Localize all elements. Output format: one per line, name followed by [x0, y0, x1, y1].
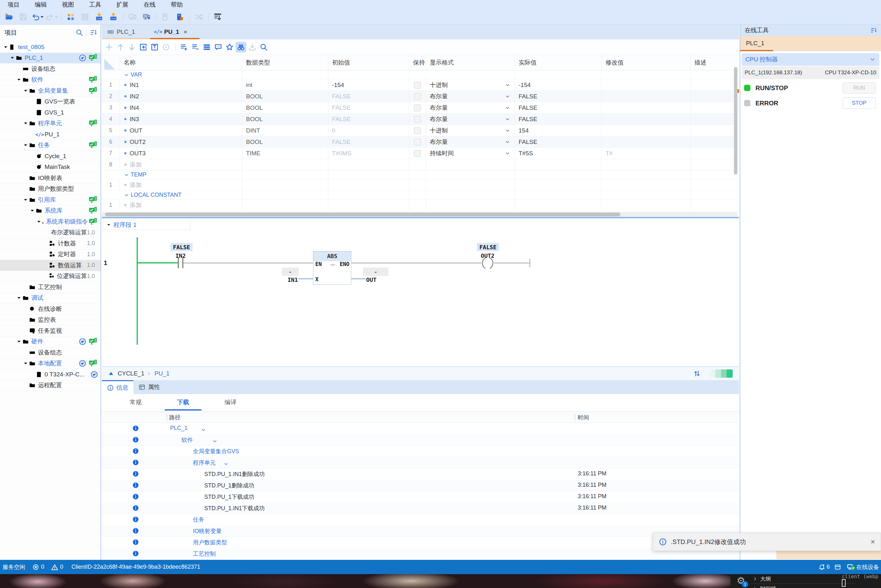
bell-icon[interactable] — [818, 564, 826, 571]
output-operand[interactable]: OUT — [366, 276, 391, 283]
data-type-cell[interactable]: BOOL — [242, 114, 328, 124]
modify-value-cell[interactable] — [602, 125, 691, 136]
tree-item-30[interactable]: 0 T324-XP-C... — [0, 369, 100, 380]
table-row[interactable]: 3IN4BOOLFALSE布尔量FALSE — [102, 102, 737, 114]
menu-item-2[interactable]: 视图 — [54, 0, 82, 9]
run-button[interactable]: RUN — [843, 82, 876, 94]
chevron-down-icon[interactable] — [22, 88, 29, 94]
display-format-dropdown[interactable]: 持续时间 — [426, 148, 515, 159]
table-row[interactable]: 7OUT3TIMET#0MS持续时间T#5ST# — [102, 148, 737, 159]
log-row-0[interactable]: PLC_1 — [102, 423, 739, 434]
retain-checkbox[interactable] — [414, 138, 421, 146]
retain-checkbox[interactable] — [414, 93, 421, 100]
log-row-5[interactable]: STD.PU_1删除成功3:16:11 PM — [102, 480, 739, 491]
vertical-scrollbar-thumb[interactable] — [734, 67, 737, 175]
log-row-4[interactable]: STD.PU_1.IN1删除成功3:16:11 PM — [102, 468, 739, 480]
shuffle-button[interactable] — [193, 11, 204, 23]
chevron-down-icon[interactable] — [3, 44, 9, 50]
data-type-cell[interactable]: TIME — [242, 148, 328, 159]
undo-button[interactable] — [31, 11, 43, 23]
chevron-down-icon[interactable] — [22, 120, 29, 126]
chevron-down-icon[interactable] — [223, 461, 229, 467]
network-header[interactable]: 程序段 1 — [104, 220, 190, 230]
menu-item-3[interactable]: 工具 — [82, 0, 109, 9]
grid2-button[interactable] — [79, 11, 90, 23]
online-device-icon[interactable] — [847, 563, 855, 571]
compare-icon[interactable] — [693, 369, 701, 378]
tree-item-9[interactable]: 任务 — [0, 140, 100, 151]
group-row-var[interactable]: VAR — [102, 70, 737, 80]
column-header-6[interactable]: 修改值 — [602, 55, 691, 70]
description-cell[interactable] — [691, 80, 737, 90]
tab-plc1[interactable]: PLC_1 — [103, 25, 150, 39]
variable-name-cell[interactable]: OUT2 — [120, 136, 242, 147]
initial-value-cell[interactable]: FALSE — [328, 136, 409, 147]
search-icon[interactable] — [76, 29, 83, 36]
retain-cell[interactable] — [409, 125, 426, 136]
chevron-down-icon[interactable] — [16, 76, 22, 83]
variable-name-cell[interactable]: IN1 — [120, 80, 242, 90]
tree-item-5[interactable]: GVS一览表 — [0, 96, 100, 108]
import-button[interactable] — [138, 42, 148, 52]
initial-value-cell[interactable]: 0 — [328, 125, 409, 136]
tree-item-26[interactable]: 任务监视 — [0, 326, 100, 336]
close-icon[interactable]: × — [184, 28, 187, 36]
add-variable-cell[interactable]: 添加 — [120, 159, 242, 170]
log-row-7[interactable]: STD.PU_1.IN1下载成功3:16:11 PM — [102, 502, 739, 514]
table-row[interactable]: 5OUTDINT0十进制154 — [102, 125, 737, 136]
outline-item[interactable]: 大纲 — [753, 575, 854, 583]
modify-value-cell[interactable] — [602, 91, 691, 102]
chevron-down-icon[interactable] — [124, 172, 129, 178]
description-cell[interactable] — [691, 136, 737, 147]
display-format-dropdown[interactable]: 十进制 — [426, 125, 515, 136]
add-variable-cell[interactable]: 添加 — [120, 179, 242, 190]
network-canvas[interactable]: 1 FALSE IN2 ABS EN ENO X - IN1 - OUT — [102, 231, 739, 366]
variable-name-cell[interactable]: IN3 — [120, 114, 242, 124]
row-plus-button[interactable] — [179, 42, 189, 52]
variable-name-cell[interactable]: OUT — [120, 125, 242, 136]
download-tray-button[interactable] — [247, 42, 258, 52]
comment-button[interactable] — [213, 42, 223, 52]
initial-value-cell[interactable]: FALSE — [328, 91, 409, 102]
tree-item-18[interactable]: 计数器1.0 — [0, 238, 100, 249]
function-block-abs[interactable]: ABS EN ENO X — [313, 251, 351, 285]
coil-label[interactable]: OUT2 — [473, 252, 502, 259]
tree-item-21[interactable]: 位逻辑运算1.0 — [0, 271, 100, 282]
data-type-cell[interactable]: BOOL — [242, 91, 328, 102]
data-type-cell[interactable]: BOOL — [242, 136, 328, 147]
actual-value-cell[interactable]: 154 — [515, 125, 602, 136]
initial-value-cell[interactable]: T#0MS — [328, 148, 409, 159]
variable-name-cell[interactable]: IN4 — [120, 102, 242, 113]
display-format-dropdown[interactable]: 布尔量 — [426, 136, 515, 147]
log-row-1[interactable]: 软件 — [102, 434, 739, 446]
menu-item-0[interactable]: 项目 — [0, 0, 27, 9]
chevron-down-icon[interactable] — [16, 339, 22, 345]
tree-item-3[interactable]: 软件 — [0, 75, 100, 86]
menu-button[interactable] — [201, 42, 212, 52]
tree-item-23[interactable]: 调试 — [0, 293, 100, 304]
subtab-1[interactable]: 下载 — [159, 394, 207, 411]
card-button[interactable] — [160, 11, 171, 23]
tree-item-16[interactable]: 系统库初级指令 — [0, 216, 100, 227]
modify-value-cell[interactable]: T# — [602, 148, 691, 159]
sort-icon[interactable] — [90, 29, 97, 36]
actual-value-cell[interactable]: T#5S — [515, 148, 602, 159]
column-header-1[interactable]: 数据类型 — [242, 55, 328, 70]
actual-value-cell[interactable]: FALSE — [515, 114, 602, 124]
tree-item-12[interactable]: IO映射表 — [0, 173, 100, 184]
menu-item-5[interactable]: 在线 — [136, 0, 163, 9]
tree-item-11[interactable]: MainTask — [0, 162, 100, 173]
close-icon[interactable]: × — [871, 537, 875, 546]
tree-item-28[interactable]: 设备组态 — [0, 347, 100, 358]
column-header-0[interactable]: 名称 — [120, 55, 242, 70]
sort-arrow-button[interactable] — [212, 11, 223, 23]
online-plc-tab[interactable]: PLC_1 — [740, 36, 881, 51]
pc-button[interactable] — [126, 11, 138, 23]
column-header-5[interactable]: 实际值 — [515, 55, 602, 70]
cpu-controller-section[interactable]: CPU 控制器 — [742, 53, 880, 66]
table-row[interactable]: 4IN3BOOLFALSE布尔量FALSE — [102, 114, 737, 125]
retain-checkbox[interactable] — [414, 116, 421, 123]
gear-icon[interactable]: ⚙1 — [736, 575, 746, 586]
table-row[interactable]: 1添加 — [102, 200, 737, 211]
table-row[interactable]: 1添加 — [102, 179, 737, 191]
